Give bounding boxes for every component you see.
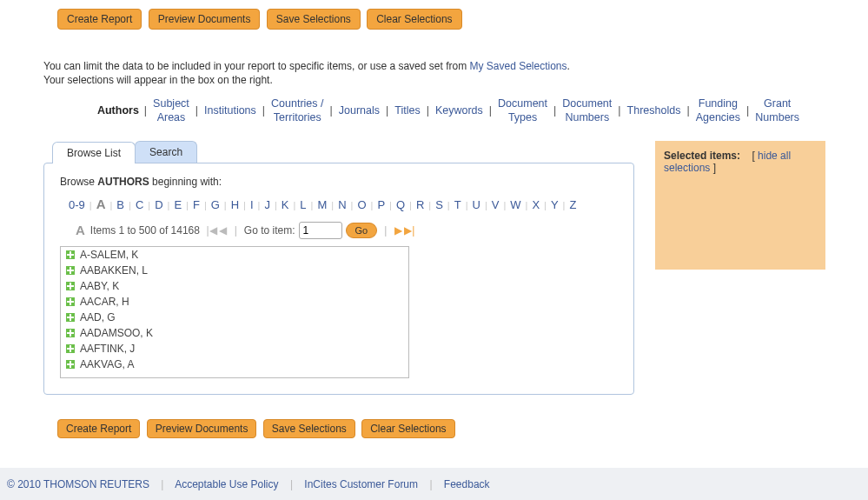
clear-selections-button[interactable]: Clear Selections <box>367 9 461 30</box>
action-bar-top: Create Report Preview Documents Save Sel… <box>0 0 868 35</box>
category-link[interactable]: Journals <box>338 104 381 118</box>
category-separator: | <box>421 104 434 118</box>
alpha-separator: | <box>241 200 248 210</box>
alpha-separator: | <box>87 200 95 210</box>
footer-copyright[interactable]: © 2010 THOMSON REUTERS <box>7 478 149 490</box>
alpha-link[interactable]: O <box>355 198 368 211</box>
browse-subject: AUTHORS <box>97 176 149 188</box>
list-item-label: AABY, K <box>80 280 119 292</box>
last-page-icon[interactable]: ▶| <box>403 224 415 237</box>
alpha-link[interactable]: F <box>191 198 202 211</box>
category-link[interactable]: FundingAgencies <box>695 97 741 124</box>
alpha-link[interactable]: Q <box>394 198 407 211</box>
list-item[interactable]: AABY, K <box>61 278 408 294</box>
alpha-link[interactable]: T <box>453 198 463 211</box>
category-link[interactable]: Thresholds <box>626 104 682 118</box>
next-page-icon[interactable]: ▶ <box>394 224 403 237</box>
selected-items-box: Selected items: [ hide all selections ] <box>655 141 825 270</box>
category-current: Authors <box>97 104 139 118</box>
add-icon[interactable] <box>66 344 75 353</box>
add-icon[interactable] <box>66 329 75 337</box>
add-icon[interactable] <box>66 250 75 259</box>
alpha-link[interactable]: Y <box>549 198 560 211</box>
save-selections-button-bottom[interactable]: Save Selections <box>263 419 355 438</box>
category-link[interactable]: Countries /Territories <box>270 97 324 124</box>
alpha-link[interactable]: K <box>280 198 291 211</box>
hide-bracket-close: ] <box>710 162 716 174</box>
alpha-link[interactable]: Z <box>567 198 578 211</box>
clear-selections-button-bottom[interactable]: Clear Selections <box>361 419 454 438</box>
category-link[interactable]: Institutions <box>203 104 257 118</box>
category-separator: | <box>741 104 754 118</box>
prev-page-icon: ◀ <box>218 224 228 237</box>
alpha-link[interactable]: N <box>336 198 348 211</box>
footer-aup-link[interactable]: Acceptable Use Policy <box>175 478 278 490</box>
pager-row: A Items 1 to 500 of 14168 |◀ ◀ | Go to i… <box>60 222 621 239</box>
intro-line1b: . <box>567 60 570 72</box>
list-item[interactable]: AAD, G <box>61 310 408 325</box>
list-item-label: AAD, G <box>80 311 116 323</box>
go-button[interactable]: Go <box>346 223 378 238</box>
alpha-link[interactable]: G <box>209 198 222 211</box>
add-icon[interactable] <box>66 266 75 275</box>
alpha-separator: | <box>387 200 394 210</box>
alpha-separator: | <box>290 200 298 210</box>
list-item[interactable]: AAFTINK, J <box>61 341 408 357</box>
tab-browse-list[interactable]: Browse List <box>52 142 136 163</box>
alpha-separator: | <box>407 200 414 210</box>
action-bar-bottom: Create Report Preview Documents Save Sel… <box>0 416 868 443</box>
alpha-link[interactable]: L <box>298 198 308 211</box>
category-separator: | <box>484 104 497 118</box>
pager-summary: Items 1 to 500 of 14168 <box>90 224 200 237</box>
my-saved-selections-link[interactable]: My Saved Selections <box>469 60 567 72</box>
footer-forum-link[interactable]: InCites Customer Forum <box>304 478 418 490</box>
alpha-separator: | <box>426 200 434 210</box>
list-item[interactable]: AADAMSOO, K <box>61 325 408 341</box>
category-separator: | <box>325 104 338 118</box>
alpha-link[interactable]: B <box>115 198 126 211</box>
alpha-link[interactable]: I <box>248 198 255 211</box>
category-link[interactable]: Keywords <box>434 104 484 118</box>
list-item[interactable]: AAKVAG, A <box>61 357 408 372</box>
alpha-link[interactable]: E <box>172 198 183 211</box>
alpha-link[interactable]: R <box>414 198 426 211</box>
save-selections-button[interactable]: Save Selections <box>267 9 361 30</box>
alpha-link[interactable]: 0-9 <box>67 198 87 211</box>
alpha-separator: | <box>482 200 490 210</box>
category-link[interactable]: DocumentNumbers <box>561 97 613 124</box>
alpha-link[interactable]: D <box>153 198 164 211</box>
preview-documents-button[interactable]: Preview Documents <box>149 9 261 30</box>
alpha-link[interactable]: P <box>375 198 387 211</box>
alpha-link[interactable]: V <box>490 198 501 211</box>
list-item[interactable]: A-SALEM, K <box>61 247 408 263</box>
add-icon[interactable] <box>66 282 75 290</box>
list-item[interactable]: AACAR, H <box>61 294 408 310</box>
category-separator: | <box>381 104 394 118</box>
list-item[interactable]: AABAKKEN, L <box>61 263 408 278</box>
add-icon[interactable] <box>66 313 75 322</box>
category-link[interactable]: DocumentTypes <box>497 97 548 124</box>
category-link[interactable]: Titles <box>394 104 421 118</box>
add-icon[interactable] <box>66 360 75 369</box>
tab-search[interactable]: Search <box>135 141 197 163</box>
alpha-separator: | <box>183 200 191 210</box>
alpha-link[interactable]: W <box>508 198 522 211</box>
preview-documents-button-bottom[interactable]: Preview Documents <box>147 419 257 438</box>
author-list[interactable]: A-SALEM, KAABAKKEN, LAABY, KAACAR, HAAD,… <box>60 246 409 378</box>
alpha-link[interactable]: H <box>229 198 241 211</box>
alpha-link[interactable]: S <box>434 198 445 211</box>
category-link[interactable]: SubjectAreas <box>152 97 190 124</box>
create-report-button[interactable]: Create Report <box>57 9 142 30</box>
alpha-link[interactable]: U <box>470 198 481 211</box>
alpha-link[interactable]: C <box>134 198 145 211</box>
go-to-item-input[interactable] <box>299 222 342 239</box>
browse-suffix: beginning with: <box>149 176 222 188</box>
add-icon[interactable] <box>66 297 75 306</box>
alpha-link[interactable]: J <box>262 198 272 211</box>
create-report-button-bottom[interactable]: Create Report <box>57 419 140 438</box>
alpha-link[interactable]: M <box>315 198 328 211</box>
category-link[interactable]: GrantNumbers <box>754 97 800 124</box>
alpha-link[interactable]: X <box>530 198 541 211</box>
list-item-label: AAKVAG, A <box>80 358 134 370</box>
footer-feedback-link[interactable]: Feedback <box>444 478 490 490</box>
